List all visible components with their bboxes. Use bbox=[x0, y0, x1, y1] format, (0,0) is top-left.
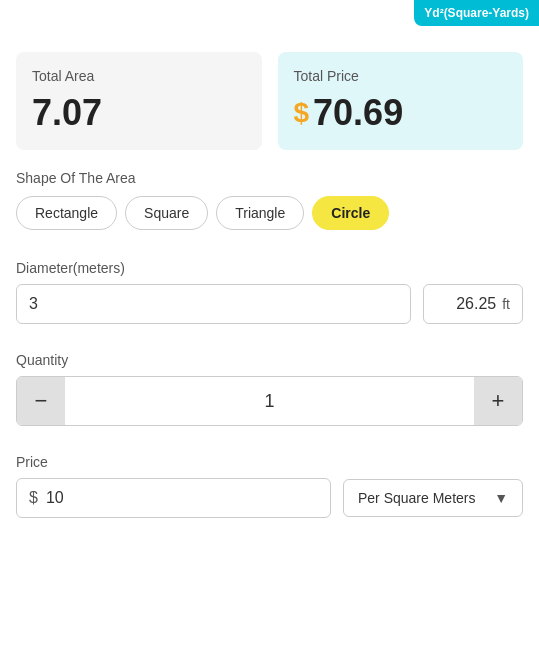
quantity-minus-button[interactable]: − bbox=[17, 377, 65, 425]
unit-badge[interactable]: Yd²(Square-Yards) bbox=[414, 0, 539, 26]
total-area-label: Total Area bbox=[32, 68, 246, 84]
price-unit-select[interactable]: Per Square Meters ▼ bbox=[343, 479, 523, 517]
total-area-card: Total Area 7.07 bbox=[16, 52, 262, 150]
diameter-input-row: ft bbox=[16, 284, 523, 324]
diameter-label: Diameter(meters) bbox=[16, 260, 523, 276]
price-section: Price $ Per Square Meters ▼ bbox=[16, 454, 523, 518]
diameter-section: Diameter(meters) ft bbox=[16, 260, 523, 324]
price-input-dollar: $ bbox=[29, 489, 38, 507]
price-label: Price bbox=[16, 454, 523, 470]
price-dollar-sign: $ bbox=[294, 97, 310, 129]
summary-row: Total Area 7.07 Total Price $ 70.69 bbox=[16, 52, 523, 150]
shape-btn-triangle[interactable]: Triangle bbox=[216, 196, 304, 230]
price-input[interactable] bbox=[46, 489, 318, 507]
quantity-plus-button[interactable]: + bbox=[474, 377, 522, 425]
diameter-feet-input[interactable] bbox=[436, 295, 496, 313]
quantity-value: 1 bbox=[65, 379, 474, 424]
shape-btn-square[interactable]: Square bbox=[125, 196, 208, 230]
quantity-row: − 1 + bbox=[16, 376, 523, 426]
chevron-down-icon: ▼ bbox=[494, 490, 508, 506]
quantity-label: Quantity bbox=[16, 352, 523, 368]
price-input-wrap: $ bbox=[16, 478, 331, 518]
unit-badge-label: Yd²(Square-Yards) bbox=[424, 6, 529, 20]
shape-buttons: Rectangle Square Triangle Circle bbox=[16, 196, 523, 230]
diameter-feet-wrap: ft bbox=[423, 284, 523, 324]
diameter-meter-input[interactable] bbox=[16, 284, 411, 324]
total-price-card: Total Price $ 70.69 bbox=[278, 52, 524, 150]
quantity-section: Quantity − 1 + bbox=[16, 352, 523, 426]
total-price-label: Total Price bbox=[294, 68, 508, 84]
shape-btn-circle[interactable]: Circle bbox=[312, 196, 389, 230]
shape-btn-rectangle[interactable]: Rectangle bbox=[16, 196, 117, 230]
total-price-value: 70.69 bbox=[313, 92, 403, 134]
total-area-value: 7.07 bbox=[32, 92, 246, 134]
diameter-feet-unit: ft bbox=[502, 296, 510, 312]
total-price-value-row: $ 70.69 bbox=[294, 92, 508, 134]
shape-section-label: Shape Of The Area bbox=[16, 170, 523, 186]
price-row: $ Per Square Meters ▼ bbox=[16, 478, 523, 518]
price-unit-label: Per Square Meters bbox=[358, 490, 476, 506]
